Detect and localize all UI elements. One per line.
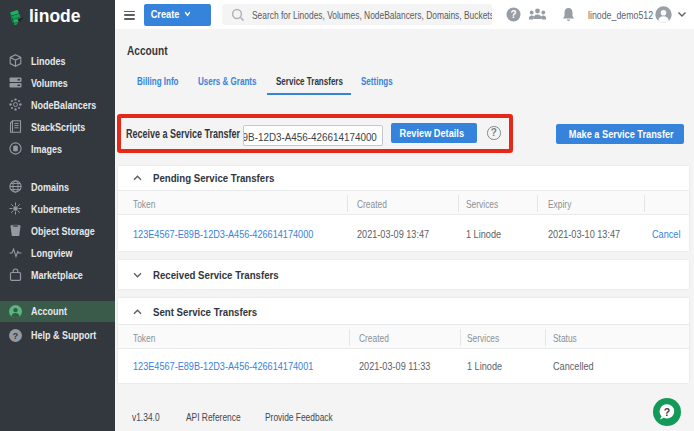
svg-text:?: ? [664, 406, 670, 418]
svg-text:?: ? [510, 9, 516, 20]
svg-text:?: ? [13, 330, 18, 340]
